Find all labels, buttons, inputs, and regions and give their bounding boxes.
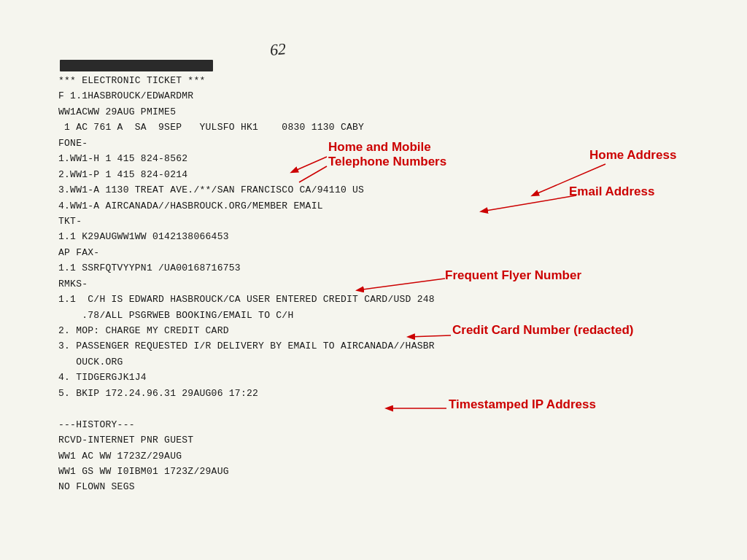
annotation-frequent-flyer: Frequent Flyer Number [445, 268, 581, 283]
ticket-text: *** ELECTRONIC TICKET *** F 1.1HASBROUCK… [58, 73, 435, 495]
redacted-bar [60, 60, 213, 71]
handwritten-number: 62 [269, 39, 287, 60]
annotation-email-address: Email Address [569, 184, 654, 199]
page: 62 *** ELECTRONIC TICKET *** F 1.1HASBRO… [0, 0, 747, 560]
svg-line-3 [481, 195, 576, 211]
annotation-phone-numbers: Home and MobileTelephone Numbers [328, 140, 446, 170]
annotation-home-address: Home Address [589, 148, 676, 163]
annotation-ip-address: Timestamped IP Address [449, 397, 596, 412]
annotation-credit-card: Credit Card Number (redacted) [452, 323, 633, 338]
